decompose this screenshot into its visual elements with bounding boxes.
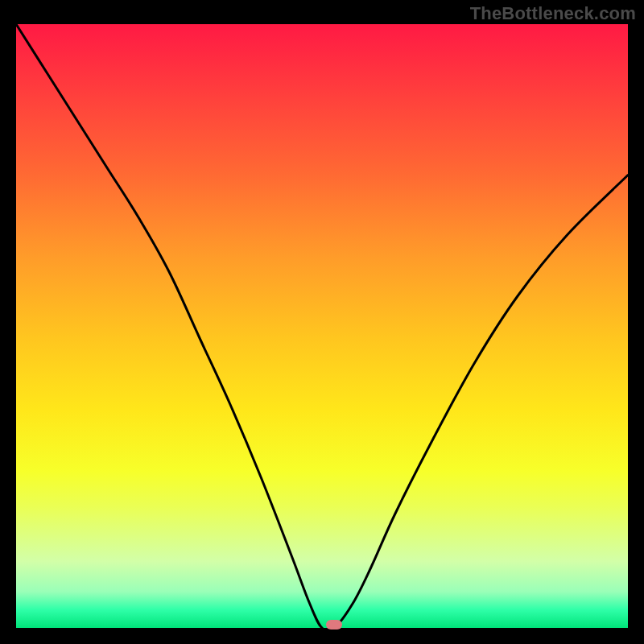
attribution-text: TheBottleneck.com [470,3,636,24]
chart-frame: TheBottleneck.com [0,0,644,644]
curve-path [16,24,628,628]
plot-area [16,24,628,628]
optimal-marker [326,620,342,630]
bottleneck-curve [16,24,628,628]
